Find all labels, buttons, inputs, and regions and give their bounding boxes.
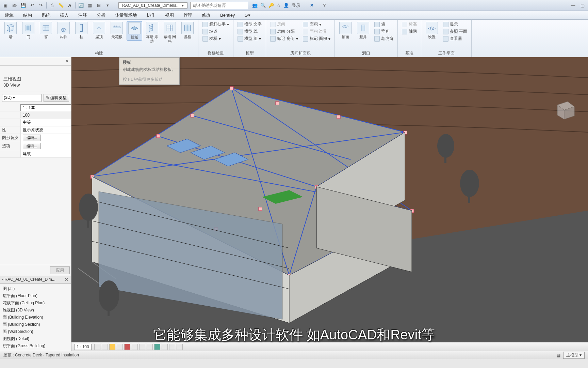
apply-button[interactable]: 应用 [50, 266, 70, 274]
tool-ceiling[interactable]: 天花板 [109, 21, 125, 40]
design-options-icon[interactable]: ▦ [557, 353, 560, 358]
switch-windows-icon[interactable]: ⊞ [95, 1, 103, 10]
sync-icon[interactable]: 🔄 [77, 1, 85, 10]
reveal-hidden-icon[interactable] [162, 344, 168, 350]
tool-vertical[interactable]: 垂直 [373, 28, 395, 35]
search-input[interactable] [190, 2, 248, 9]
tool-model-group[interactable]: 模型 组 ▾ [236, 35, 263, 42]
tool-component[interactable]: 构件 [56, 21, 71, 40]
tool-show-workplane[interactable]: 显示 [442, 21, 469, 28]
close-hidden-icon[interactable]: ▾ [103, 1, 112, 10]
tree-item[interactable]: 积平面 (Gross Building) [1, 342, 70, 350]
infocenter-icon[interactable]: 👥 [252, 3, 258, 8]
tree-item[interactable]: 维视图 (3D View) [1, 307, 70, 314]
sheet-icon[interactable]: ▦ [86, 1, 94, 10]
tree-item[interactable]: 面 (Building Section) [1, 321, 70, 328]
login-link[interactable]: 登录 [292, 2, 300, 9]
tool-wall[interactable]: 墙 [3, 21, 18, 40]
app-menu-button[interactable]: ▣ [1, 1, 10, 10]
text-icon[interactable]: A [66, 1, 74, 10]
analytical-icon[interactable] [177, 344, 183, 350]
menu-view[interactable]: 视图 [164, 12, 175, 19]
close-icon[interactable]: ✕ [64, 59, 70, 64]
user-icon[interactable]: 👤 [283, 3, 289, 8]
tree-item[interactable]: 图 (all) [1, 285, 70, 292]
edit-type-button[interactable]: ✎ 编辑类型 [44, 94, 69, 102]
menu-overflow-icon[interactable]: ⊙▾ [243, 12, 252, 18]
exchange-icon[interactable]: ✕ [310, 3, 314, 8]
shadows-icon[interactable] [117, 344, 123, 350]
edit-button[interactable]: 编辑... [23, 143, 41, 149]
menu-modify[interactable]: 修改 [200, 12, 212, 19]
menu-analyze[interactable]: 分析 [95, 12, 107, 19]
lock-icon[interactable] [147, 344, 153, 350]
visibility-value[interactable]: 显示原状态 [20, 126, 71, 134]
tool-dormer[interactable]: 老虎窗 [373, 35, 395, 42]
menu-systems[interactable]: 系统 [40, 12, 52, 19]
rendering-icon[interactable] [124, 344, 130, 350]
viewport-3d[interactable]: 1 : 100 [71, 57, 588, 351]
tool-area[interactable]: 面积 ▾ [301, 21, 332, 28]
tree-item[interactable]: 图视图 (Detail) [1, 335, 70, 342]
sun-path-icon[interactable] [109, 344, 115, 350]
favorite-icon[interactable]: ☆ [277, 3, 281, 8]
menu-massing[interactable]: 体量和场地 [114, 12, 138, 19]
tree-item[interactable]: 面 (Building Elevation) [1, 314, 70, 321]
tool-door[interactable]: 门 [20, 21, 36, 40]
print-icon[interactable]: ⎙ [48, 1, 56, 10]
model-canvas[interactable] [71, 57, 588, 351]
tool-ramp[interactable]: 坡道 [201, 28, 230, 35]
redo-icon[interactable]: ↷ [37, 1, 45, 10]
tool-grid[interactable]: 轴网 [401, 28, 418, 35]
crop-icon[interactable] [132, 344, 138, 350]
open-icon[interactable]: 🗁 [10, 1, 18, 10]
tool-ref-plane[interactable]: 参照 平面 [442, 28, 469, 35]
menu-bentley[interactable]: Bentley [219, 12, 236, 18]
tree-item[interactable]: 花板平面 (Ceiling Plan) [1, 300, 70, 307]
tool-shaft[interactable]: 竖井 [355, 21, 371, 40]
close-icon[interactable]: ✕ [64, 277, 69, 282]
tool-model-line[interactable]: 模型 线 [236, 28, 263, 35]
menu-annotate[interactable]: 注释 [77, 12, 88, 19]
menu-collaborate[interactable]: 协作 [145, 12, 157, 19]
crop-region-icon[interactable] [139, 344, 145, 350]
view-scale[interactable]: 1 : 100 [74, 344, 92, 350]
tool-wall-opening[interactable]: 墙 [373, 21, 395, 28]
discipline-value[interactable]: 建筑 [20, 150, 71, 157]
main-model-dropdown[interactable]: 主模型 ▾ [563, 352, 585, 359]
tool-curtain-grid[interactable]: 幕墙 网格 [162, 21, 178, 44]
tool-mullion[interactable]: 竖框 [180, 21, 195, 40]
menu-architecture[interactable]: 建筑 [3, 12, 15, 19]
view-cube[interactable] [551, 95, 578, 122]
tool-viewer[interactable]: 查看器 [442, 35, 469, 42]
minimize-icon[interactable]: — [569, 1, 577, 10]
edit-button[interactable]: 编辑... [23, 135, 41, 141]
tool-curtain-system[interactable]: 幕墙 系统 [144, 21, 160, 44]
search-help-icon[interactable]: 🔍 [260, 3, 266, 8]
menu-manage[interactable]: 管理 [182, 12, 194, 19]
tool-window[interactable]: 窗 [38, 21, 54, 40]
tool-tag-area[interactable]: 标记 面积 ▾ [301, 35, 332, 42]
worksharing-icon[interactable] [169, 344, 175, 350]
tool-model-text[interactable]: 模型 文字 [236, 21, 263, 28]
scale-value[interactable]: 1 : 100 [20, 104, 71, 111]
menu-insert[interactable]: 插入 [59, 12, 70, 19]
tool-column[interactable]: 柱 [74, 21, 89, 40]
menu-structure[interactable]: 结构 [22, 12, 33, 19]
tool-by-face[interactable]: 按面 [338, 21, 353, 40]
tree-item[interactable]: 层平面 (Floor Plan) [1, 292, 70, 300]
measure-icon[interactable]: 📏 [57, 1, 65, 10]
tree-item[interactable]: 面 (Wall Section) [1, 328, 70, 335]
tool-room-separator[interactable]: 房间 分隔 [269, 28, 299, 35]
key-icon[interactable]: 🔑 [268, 3, 274, 8]
visual-style-icon[interactable] [102, 344, 108, 350]
temporary-hide-icon[interactable] [154, 344, 160, 350]
help-icon[interactable]: ? [323, 3, 326, 8]
detail-level-icon[interactable] [94, 344, 100, 350]
save-icon[interactable]: 💾 [19, 1, 27, 10]
undo-icon[interactable]: ↶ [28, 1, 36, 10]
type-dropdown[interactable]: (3D) ▾ [2, 94, 42, 102]
maximize-icon[interactable]: ▢ [578, 1, 587, 10]
tool-tag-room[interactable]: 标记 房间 ▾ [269, 35, 299, 42]
detail-level[interactable]: 中等 [20, 119, 71, 126]
